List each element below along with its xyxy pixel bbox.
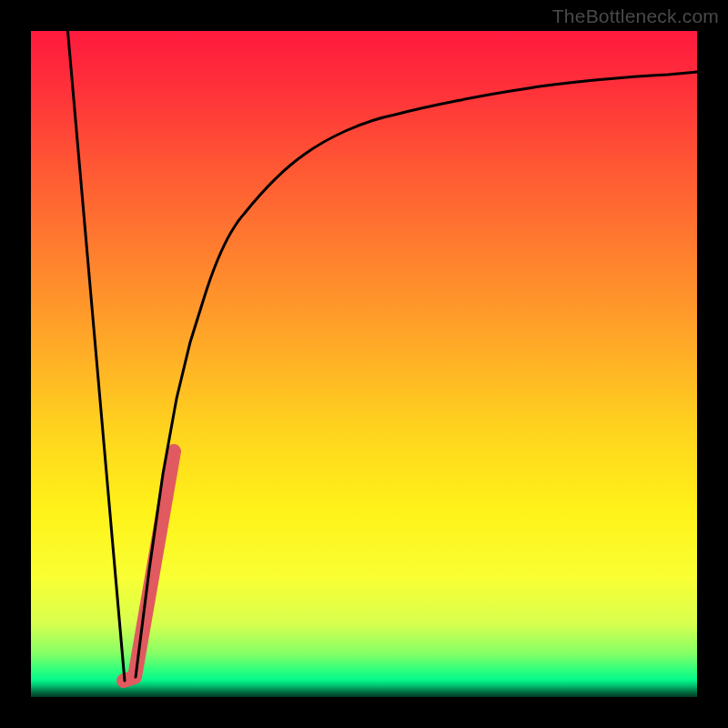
watermark-text: TheBottleneck.com	[552, 5, 719, 27]
chart-frame: TheBottleneck.com	[0, 0, 728, 728]
left-descending-curve	[67, 26, 125, 681]
right-rising-curve	[136, 72, 697, 677]
chart-svg	[31, 31, 697, 697]
